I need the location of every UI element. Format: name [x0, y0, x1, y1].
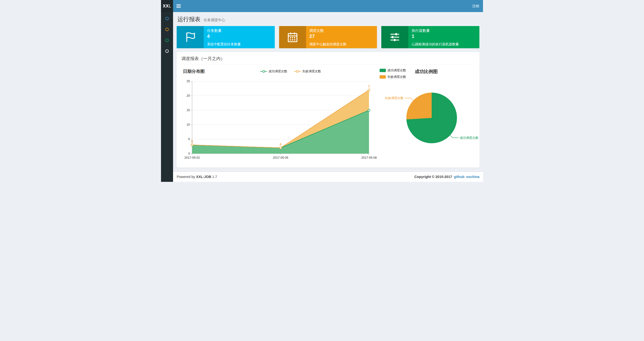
legend-item-success[interactable]: 成功调度次数 [380, 68, 406, 73]
sidebar-item-executors[interactable] [165, 50, 169, 53]
sliders-icon [381, 26, 408, 48]
info-box-trigger-title: 调度次数 [310, 29, 374, 33]
charts-area: 日期分布图 成功调度次数 [181, 68, 475, 163]
date-distribution-title: 日期分布图 [181, 69, 204, 74]
svg-text:0: 0 [188, 152, 190, 155]
app-logo[interactable]: XXL [161, 0, 173, 12]
success-ratio-title: 成功比例图 [415, 69, 438, 75]
pie-chart-legend: 成功调度次数 失败调度次数 [380, 68, 406, 79]
app-logo-text-light: L [169, 4, 171, 9]
swatch-icon [380, 75, 386, 79]
legend-item-fail[interactable]: 失败调度次数 [294, 69, 321, 74]
svg-text:25: 25 [186, 80, 190, 83]
flag-icon [177, 26, 204, 48]
info-box-trigger-value: 27 [310, 34, 374, 39]
powered-by-text: Powered by XXL-JOB 1.7 [177, 175, 217, 179]
legend-item-fail[interactable]: 失败调度次数 [380, 75, 406, 79]
success-ratio-chart: 成功调度次数失败调度次数 [378, 79, 475, 153]
sidebar-item-logs[interactable] [165, 39, 169, 42]
date-distribution-header: 日期分布图 成功调度次数 [181, 68, 377, 75]
info-box-executor-value: 1 [412, 34, 476, 39]
page-title: 运行报表 [178, 16, 200, 23]
report-panel: 调度报表（一月之内） 日期分布图 成功调度次数 [177, 52, 480, 168]
line-marker-icon [294, 70, 301, 73]
product-version: 1.7 [212, 175, 217, 179]
svg-text:0: 0 [191, 140, 193, 143]
legend-item-success[interactable]: 成功调度次数 [260, 69, 287, 74]
legend-label-success: 成功调度次数 [387, 68, 406, 73]
date-distribution-section: 日期分布图 成功调度次数 [181, 68, 377, 163]
info-box-trigger-content: 调度次数 27 调度中心触发的调度次数 [306, 26, 377, 48]
github-link[interactable]: github [454, 175, 464, 179]
svg-text:7: 7 [368, 85, 370, 88]
info-box-task-content: 任务数量 4 系统中配置的任务数量 [204, 26, 275, 48]
success-ratio-header: 成功调度次数 失败调度次数 成功比例图 [378, 68, 475, 79]
app-logo-text-bold: XX [163, 4, 169, 9]
oschina-link[interactable]: oschina [466, 175, 480, 179]
footer-right: Copyright © 2015-2017 github oschina [414, 175, 480, 179]
sidebar-item-jobs[interactable] [165, 28, 169, 31]
sidebar-toggle-button[interactable] [173, 0, 184, 12]
copyright-text: Copyright © 2015-2017 [414, 175, 452, 179]
calendar-icon [279, 26, 306, 48]
legend-label-success: 成功调度次数 [268, 69, 287, 74]
report-panel-title: 调度报表（一月之内） [181, 55, 475, 64]
page-footer: Powered by XXL-JOB 1.7 Copyright © 2015-… [173, 171, 483, 182]
info-box-executor-count: 执行器数量 1 心跳检测成功的执行器机器数量 [381, 26, 480, 48]
top-navbar: XXL 注销 [161, 0, 483, 12]
svg-text:15: 15 [186, 109, 190, 112]
success-ratio-section: 成功调度次数 失败调度次数 成功比例图 成功调度次数失败调度次数 [377, 68, 475, 163]
info-box-trigger-count: 调度次数 27 调度中心触发的调度次数 [279, 26, 377, 48]
page-subtitle: 任务调度中心 [204, 18, 225, 22]
sidebar [161, 12, 173, 182]
hamburger-icon [176, 4, 181, 8]
legend-label-fail: 失败调度次数 [302, 69, 321, 74]
info-box-task-count: 任务数量 4 系统中配置的任务数量 [177, 26, 275, 48]
area-chart-legend: 成功调度次数 失败调度次数 [204, 69, 377, 74]
svg-text:成功调度次数: 成功调度次数 [460, 136, 478, 140]
info-box-executor-desc: 心跳检测成功的执行器机器数量 [412, 42, 476, 47]
legend-label-fail: 失败调度次数 [387, 75, 406, 79]
svg-text:20: 20 [186, 94, 190, 97]
summary-row: 任务数量 4 系统中配置的任务数量 [177, 26, 480, 48]
product-name: XXL-JOB [196, 175, 211, 179]
info-box-task-value: 4 [207, 34, 272, 39]
logout-link[interactable]: 注销 [468, 0, 483, 12]
swatch-icon [380, 69, 386, 72]
svg-text:10: 10 [186, 123, 190, 126]
info-box-trigger-desc: 调度中心触发的调度次数 [310, 42, 374, 47]
svg-text:失败调度次数: 失败调度次数 [385, 96, 404, 100]
svg-text:0: 0 [280, 143, 281, 146]
info-box-task-title: 任务数量 [207, 29, 272, 33]
info-box-executor-content: 执行器数量 1 心跳检测成功的执行器机器数量 [408, 26, 480, 48]
pie-labels-overlay: 成功调度次数失败调度次数 [378, 79, 476, 153]
main-content: 运行报表 任务调度中心 任务数量 4 系统中配置的任务数量 [173, 12, 483, 168]
svg-text:5: 5 [188, 137, 190, 141]
svg-text:2017-05-05: 2017-05-05 [273, 156, 288, 159]
svg-text:2017-05-08: 2017-05-08 [361, 156, 377, 159]
sidebar-item-report[interactable] [165, 17, 169, 20]
line-marker-icon [260, 70, 267, 73]
info-box-executor-title: 执行器数量 [412, 29, 476, 33]
app-window: XXL 注销 运行报表 任务调度中心 [161, 0, 483, 182]
svg-text:2017-05-02: 2017-05-02 [184, 156, 200, 159]
page-header: 运行报表 任务调度中心 [177, 14, 480, 26]
info-box-task-desc: 系统中配置的任务数量 [207, 42, 272, 47]
date-distribution-chart: 05101520252017-05-022017-05-052017-05-08… [181, 75, 376, 162]
